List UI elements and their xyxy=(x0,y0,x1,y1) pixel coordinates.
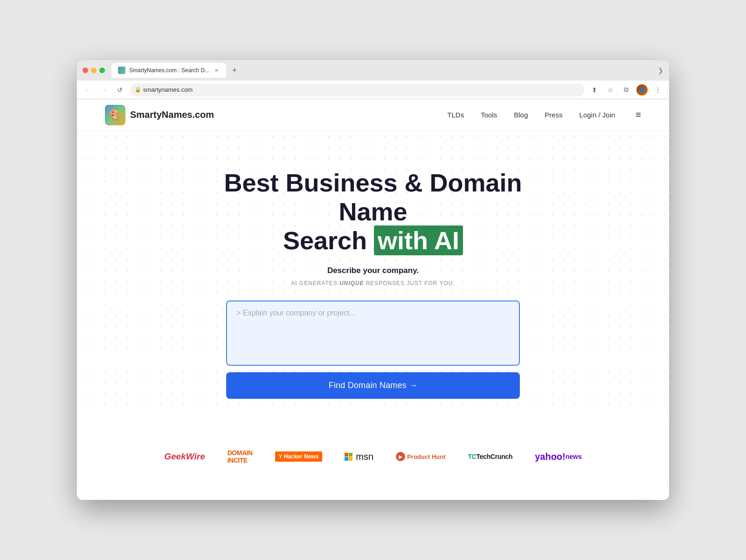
tab-close-button[interactable]: ✕ xyxy=(213,67,220,74)
hero-subtitle: Describe your company. xyxy=(327,266,419,275)
more-options-button[interactable]: ⋮ xyxy=(652,84,663,96)
site-name-label: SmartyNames.com xyxy=(130,109,214,120)
tab-bar: SmartyNames.com : Search D... ✕ + ❯ xyxy=(111,63,663,78)
nav-login[interactable]: Login / Join xyxy=(580,111,615,119)
hero-section: Best Business & Domain Name Search with … xyxy=(77,131,669,427)
nav-press[interactable]: Press xyxy=(545,111,562,119)
hero-title-line2-plain: Search xyxy=(283,226,374,254)
page-content: 🎨 SmartyNames.com TLDs Tools Blog Press … xyxy=(77,99,669,500)
hero-title-highlight: with AI xyxy=(374,225,463,255)
hacker-news-logo: Y Hacker News xyxy=(275,451,323,462)
share-button[interactable]: ⬆ xyxy=(589,84,600,96)
site-logo[interactable]: 🎨 SmartyNames.com xyxy=(105,105,214,125)
domain-incite-logo: DOMAININCITE xyxy=(228,449,253,464)
address-field-wrapper: 🔒 xyxy=(130,83,584,96)
browser-window: SmartyNames.com : Search D... ✕ + ❯ ← → … xyxy=(77,60,669,500)
company-description-input[interactable] xyxy=(226,300,520,366)
hamburger-menu-button[interactable]: ≡ xyxy=(635,109,641,120)
lock-icon: 🔒 xyxy=(135,87,141,93)
site-nav: TLDs Tools Blog Press Login / Join ≡ xyxy=(447,109,641,120)
hero-title: Best Business & Domain Name Search with … xyxy=(210,168,536,255)
product-hunt-logo: ▶ Product Hunt xyxy=(396,452,445,461)
tab-chevron-icon: ❯ xyxy=(658,67,663,74)
maximize-button[interactable] xyxy=(99,68,105,73)
user-avatar[interactable]: 👤 xyxy=(636,84,648,96)
msn-logo: msn xyxy=(345,451,373,462)
find-domain-names-button[interactable]: Find Domain Names → xyxy=(226,372,520,399)
hero-title-line1: Best Business & Domain Name xyxy=(224,169,522,225)
press-logos-section: GeekWire DOMAININCITE Y Hacker News msn xyxy=(77,427,669,486)
logo-icon: 🎨 xyxy=(105,105,125,125)
address-bar: ← → ↺ 🔒 ⬆ ☆ ⧉ 👤 ⋮ xyxy=(77,81,669,99)
hero-tagline-suffix: RESPONSES JUST FOR YOU. xyxy=(364,280,455,287)
bookmark-button[interactable]: ☆ xyxy=(605,84,616,96)
back-button[interactable]: ← xyxy=(83,84,94,96)
forward-button[interactable]: → xyxy=(98,84,110,96)
geekwire-logo: GeekWire xyxy=(164,451,205,462)
yahoo-news-logo: yahoo!news xyxy=(535,451,582,462)
hero-tagline-italic: UNIQUE xyxy=(339,280,364,287)
tab-favicon xyxy=(118,67,125,74)
url-input[interactable] xyxy=(130,83,584,96)
nav-blog[interactable]: Blog xyxy=(514,111,528,119)
hero-tagline-prefix: AI GENERATES xyxy=(291,280,339,287)
traffic-lights xyxy=(83,68,105,73)
tab-view-button[interactable]: ⧉ xyxy=(621,84,632,96)
site-header: 🎨 SmartyNames.com TLDs Tools Blog Press … xyxy=(77,99,669,131)
reload-button[interactable]: ↺ xyxy=(114,84,125,96)
msn-text: msn xyxy=(356,451,373,462)
title-bar: SmartyNames.com : Search D... ✕ + ❯ xyxy=(77,60,669,81)
minimize-button[interactable] xyxy=(91,68,97,73)
new-tab-button[interactable]: + xyxy=(228,64,241,77)
techcrunch-logo: TC TechCrunch xyxy=(468,453,512,460)
tab-title: SmartyNames.com : Search D... xyxy=(129,67,209,74)
browser-actions: ⬆ ☆ ⧉ 👤 ⋮ xyxy=(589,84,663,96)
nav-tools[interactable]: Tools xyxy=(481,111,497,119)
close-button[interactable] xyxy=(83,68,88,73)
hero-tagline: AI GENERATES UNIQUE RESPONSES JUST FOR Y… xyxy=(291,280,455,287)
nav-tlds[interactable]: TLDs xyxy=(447,111,464,119)
active-tab[interactable]: SmartyNames.com : Search D... ✕ xyxy=(111,63,226,78)
